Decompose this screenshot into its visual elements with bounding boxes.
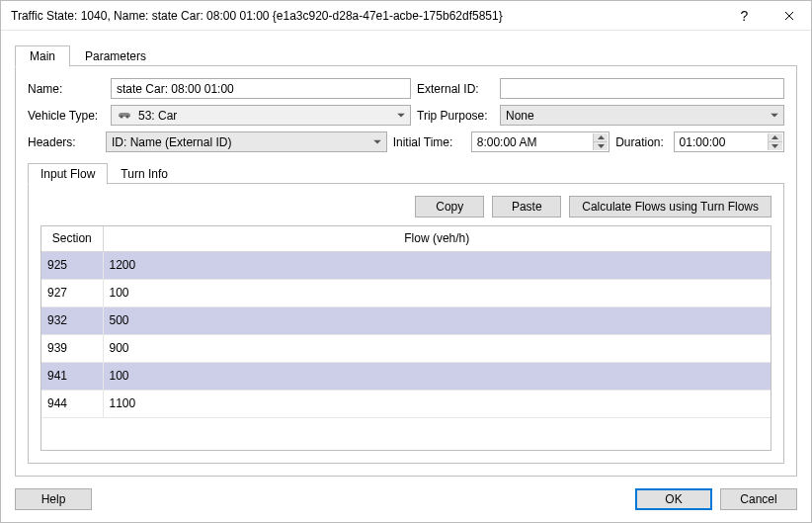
cell-section[interactable]: 939 — [41, 334, 103, 362]
table-row[interactable]: 932 500 — [41, 306, 771, 334]
table-row[interactable]: 941 100 — [41, 362, 771, 390]
cell-section[interactable]: 944 — [41, 390, 103, 417]
label-duration: Duration: — [615, 135, 667, 149]
label-initial-time: Initial Time: — [393, 135, 465, 149]
help-button[interactable]: ? — [722, 1, 767, 31]
table-row[interactable]: 927 100 — [41, 279, 771, 306]
table-row[interactable]: 944 1100 — [41, 390, 771, 417]
tab-turn-info[interactable]: Turn Info — [108, 163, 181, 184]
window-title: Traffic State: 1040, Name: state Car: 08… — [11, 9, 722, 23]
initial-time-spinner[interactable]: 8:00:00 AM — [471, 131, 609, 152]
tab-main-label: Main — [30, 49, 55, 63]
titlebar: Traffic State: 1040, Name: state Car: 08… — [1, 1, 811, 31]
tab-main[interactable]: Main — [15, 45, 70, 67]
row-vehicle-type: Vehicle Type: 53: Car Trip Purpose: — [28, 105, 784, 126]
flow-table: Section Flow (veh/h) 925 1200 — [41, 226, 771, 418]
tabpanel-main: Name: External ID: Vehicle Type: — [15, 66, 797, 477]
vehicle-type-value: 53: Car — [138, 109, 177, 123]
spinner-buttons — [593, 133, 608, 150]
tab-turn-info-label: Turn Info — [121, 167, 168, 181]
spinner-down[interactable] — [593, 141, 608, 150]
initial-time-value: 8:00:00 AM — [477, 135, 537, 149]
close-icon — [784, 11, 794, 21]
cell-flow[interactable]: 1200 — [103, 251, 771, 279]
tab-input-flow-label: Input Flow — [41, 167, 95, 181]
duration-value: 01:00:00 — [680, 135, 726, 149]
inner-tabstrip: Input Flow Turn Info — [28, 162, 784, 184]
flow-table-wrap: Section Flow (veh/h) 925 1200 — [41, 225, 771, 451]
cell-flow[interactable]: 900 — [103, 334, 771, 362]
cell-section[interactable]: 932 — [41, 306, 103, 334]
toolbar: Copy Paste Calculate Flows using Turn Fl… — [41, 196, 771, 218]
help-icon: ? — [741, 8, 749, 24]
spinner-down[interactable] — [768, 141, 782, 150]
headers-value: ID: Name (External ID) — [112, 135, 231, 149]
footer: Help OK Cancel — [1, 477, 811, 522]
cancel-button[interactable]: Cancel — [720, 488, 797, 510]
tab-input-flow[interactable]: Input Flow — [28, 163, 108, 185]
dialog-window: Traffic State: 1040, Name: state Car: 08… — [0, 0, 812, 523]
col-flow[interactable]: Flow (veh/h) — [103, 226, 771, 251]
panel-input-flow: Copy Paste Calculate Flows using Turn Fl… — [28, 184, 784, 464]
paste-button[interactable]: Paste — [492, 196, 561, 218]
duration-spinner[interactable]: 01:00:00 — [674, 131, 784, 152]
name-input[interactable] — [111, 78, 411, 99]
label-headers: Headers: — [28, 135, 100, 149]
vehicle-type-select[interactable]: 53: Car — [111, 105, 411, 126]
close-button[interactable] — [767, 1, 811, 31]
chevron-down-icon — [771, 113, 778, 118]
label-name: Name: — [28, 82, 105, 96]
row-headers: Headers: ID: Name (External ID) Initial … — [28, 131, 784, 152]
label-trip-purpose: Trip Purpose: — [417, 109, 494, 123]
spinner-up[interactable] — [768, 133, 782, 141]
row-name: Name: External ID: — [28, 78, 784, 99]
outer-tabstrip: Main Parameters — [15, 44, 797, 66]
chevron-down-icon — [397, 113, 405, 118]
svg-point-0 — [120, 115, 122, 118]
tab-parameters-label: Parameters — [85, 49, 146, 63]
tab-parameters[interactable]: Parameters — [70, 45, 161, 66]
cell-flow[interactable]: 500 — [103, 306, 771, 334]
help-button-footer[interactable]: Help — [15, 488, 92, 510]
inner-area: Input Flow Turn Info Copy Paste Calculat… — [28, 162, 784, 464]
spinner-buttons — [768, 133, 782, 150]
chevron-down-icon — [373, 139, 381, 144]
trip-purpose-select[interactable]: None — [500, 105, 784, 126]
cell-flow[interactable]: 100 — [103, 279, 771, 306]
trip-purpose-value: None — [506, 109, 534, 123]
ok-button[interactable]: OK — [635, 488, 712, 510]
dialog-body: Main Parameters Name: External ID: Vehic… — [1, 31, 811, 477]
table-row[interactable]: 925 1200 — [41, 251, 771, 279]
car-icon — [117, 109, 132, 123]
svg-point-1 — [125, 115, 128, 118]
label-external-id: External ID: — [417, 82, 494, 96]
external-id-input[interactable] — [500, 78, 784, 99]
table-row[interactable]: 939 900 — [41, 334, 771, 362]
cell-section[interactable]: 941 — [41, 362, 103, 390]
calculate-flows-button[interactable]: Calculate Flows using Turn Flows — [569, 196, 771, 218]
col-section[interactable]: Section — [41, 226, 103, 251]
spinner-up[interactable] — [593, 133, 608, 141]
cell-section[interactable]: 925 — [41, 251, 103, 279]
label-vehicle-type: Vehicle Type: — [28, 109, 105, 123]
headers-select[interactable]: ID: Name (External ID) — [106, 131, 387, 152]
cell-flow[interactable]: 100 — [103, 362, 771, 390]
copy-button[interactable]: Copy — [415, 196, 484, 218]
cell-flow[interactable]: 1100 — [103, 390, 771, 417]
cell-section[interactable]: 927 — [41, 279, 103, 306]
